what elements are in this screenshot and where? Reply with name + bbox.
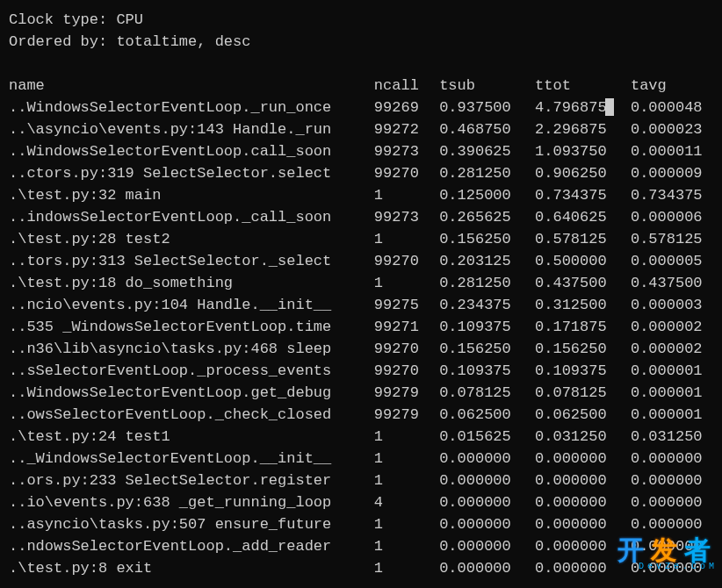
cell-name: ..ctors.py:319 SelectSelector.select	[9, 162, 374, 184]
cell-name: .\test.py:32 main	[9, 184, 374, 206]
cell-name: ..n36\lib\asyncio\tasks.py:468 sleep	[9, 338, 374, 360]
cell-ncall: 99269	[374, 97, 439, 118]
cell-tavg: 0.437500	[631, 272, 713, 294]
cell-tavg: 0.000002	[631, 338, 713, 360]
cell-ttot: 0.109375	[535, 360, 631, 382]
col-header-name: name	[9, 75, 374, 97]
blank-line	[9, 53, 713, 75]
cell-name: .\test.py:8 exit	[9, 557, 374, 579]
cell-tavg: 0.000023	[631, 118, 713, 140]
table-row: ..asyncio\tasks.py:507 ensure_future10.0…	[9, 513, 713, 535]
cursor-icon	[605, 98, 614, 116]
cell-ncall: 99271	[374, 316, 439, 338]
cell-tsub: 0.000000	[439, 491, 535, 513]
cell-tavg: 0.000005	[631, 250, 713, 272]
cell-tsub: 0.265625	[439, 206, 535, 228]
cell-name: ..tors.py:313 SelectSelector._select	[9, 250, 374, 272]
header-row: name ncall tsub ttot tavg	[9, 75, 713, 97]
cell-tsub: 0.156250	[439, 228, 535, 250]
cell-name: .\test.py:18 do_something	[9, 272, 374, 294]
cell-tavg: 0.000001	[631, 360, 713, 382]
col-header-ttot: ttot	[535, 75, 631, 97]
cell-ncall: 1	[374, 272, 439, 294]
cell-ncall: 1	[374, 557, 439, 579]
cell-tavg: 0.000003	[631, 294, 713, 316]
cell-tsub: 0.109375	[439, 360, 535, 382]
cell-tavg: 0.734375	[631, 184, 713, 206]
cell-ttot: 0.906250	[535, 162, 631, 184]
col-header-tavg: tavg	[631, 75, 713, 97]
ordered-by-line: Ordered by: totaltime, desc	[9, 31, 713, 53]
cell-ttot: 0.000000	[535, 448, 631, 470]
cell-ncall: 99270	[374, 360, 439, 382]
cell-name: .\test.py:24 test1	[9, 426, 374, 448]
cell-ttot: 0.000000	[535, 491, 631, 513]
cell-ncall: 99279	[374, 404, 439, 426]
cell-ttot: 1.093750	[535, 140, 631, 162]
cell-tsub: 0.000000	[439, 470, 535, 491]
cell-ttot: 4.796875	[535, 97, 631, 118]
cell-ttot: 0.312500	[535, 294, 631, 316]
table-row: ..ndowsSelectorEventLoop._add_reader10.0…	[9, 535, 713, 557]
cell-tsub: 0.203125	[439, 250, 535, 272]
cell-name: ..WindowsSelectorEventLoop._run_once	[9, 97, 374, 118]
table-row: ..n36\lib\asyncio\tasks.py:468 sleep9927…	[9, 338, 713, 360]
cell-ttot: 0.640625	[535, 206, 631, 228]
table-row: ..535 _WindowsSelectorEventLoop.time9927…	[9, 316, 713, 338]
cell-tsub: 0.000000	[439, 535, 535, 557]
cell-ncall: 99270	[374, 162, 439, 184]
cell-name: ..owsSelectorEventLoop._check_closed	[9, 404, 374, 426]
cell-tavg: 0.000000	[631, 448, 713, 470]
cell-ncall: 99275	[374, 294, 439, 316]
cell-tsub: 0.000000	[439, 448, 535, 470]
cell-ncall: 1	[374, 513, 439, 535]
clock-type-line: Clock type: CPU	[9, 9, 713, 31]
table-row: .\test.py:18 do_something10.2812500.4375…	[9, 272, 713, 294]
cell-name: ..indowsSelectorEventLoop._call_soon	[9, 206, 374, 228]
cell-ttot: 0.062500	[535, 404, 631, 426]
cell-tsub: 0.390625	[439, 140, 535, 162]
cell-ncall: 1	[374, 470, 439, 491]
cell-tavg: 0.000000	[631, 491, 713, 513]
cell-name: ..WindowsSelectorEventLoop.get_debug	[9, 382, 374, 404]
cell-tavg: 0.031250	[631, 426, 713, 448]
cell-ncall: 99272	[374, 118, 439, 140]
cell-name: ..\asyncio\events.py:143 Handle._run	[9, 118, 374, 140]
table-row: ..io\events.py:638 _get_running_loop40.0…	[9, 491, 713, 513]
cell-tavg: 0.000006	[631, 206, 713, 228]
col-header-tsub: tsub	[439, 75, 535, 97]
cell-ttot: 0.000000	[535, 470, 631, 491]
cell-tavg: 0.578125	[631, 228, 713, 250]
cell-ttot: 0.156250	[535, 338, 631, 360]
cell-name: ..io\events.py:638 _get_running_loop	[9, 491, 374, 513]
cell-name: .\test.py:28 test2	[9, 228, 374, 250]
table-row: ..WindowsSelectorEventLoop._run_once9926…	[9, 97, 713, 118]
cell-tsub: 0.281250	[439, 272, 535, 294]
table-row: ..\asyncio\events.py:143 Handle._run9927…	[9, 118, 713, 140]
cell-name: ..ncio\events.py:104 Handle.__init__	[9, 294, 374, 316]
table-row: ..tors.py:313 SelectSelector._select9927…	[9, 250, 713, 272]
table-row: ..WindowsSelectorEventLoop.get_debug9927…	[9, 382, 713, 404]
profiler-table: name ncall tsub ttot tavg ..WindowsSelec…	[9, 75, 713, 579]
cell-ttot: 0.578125	[535, 228, 631, 250]
cell-tavg: 0.000011	[631, 140, 713, 162]
cell-tavg: 0.000009	[631, 162, 713, 184]
cell-tavg: 0.000001	[631, 404, 713, 426]
cell-ncall: 1	[374, 184, 439, 206]
cell-tsub: 0.125000	[439, 184, 535, 206]
cell-ncall: 1	[374, 426, 439, 448]
cell-ttot: 0.500000	[535, 250, 631, 272]
table-row: ..ors.py:233 SelectSelector.register10.0…	[9, 470, 713, 491]
table-row: ..owsSelectorEventLoop._check_closed9927…	[9, 404, 713, 426]
table-row: ..ctors.py:319 SelectSelector.select9927…	[9, 162, 713, 184]
cell-ttot: 0.734375	[535, 184, 631, 206]
cell-ncall: 4	[374, 491, 439, 513]
cell-tavg: 0.000001	[631, 382, 713, 404]
cell-tsub: 0.937500	[439, 97, 535, 118]
cell-ttot: 2.296875	[535, 118, 631, 140]
cell-ncall: 99270	[374, 338, 439, 360]
cell-name: ..ndowsSelectorEventLoop._add_reader	[9, 535, 374, 557]
cell-tavg: 0.000048	[631, 97, 713, 118]
table-row: .\test.py:28 test210.1562500.5781250.578…	[9, 228, 713, 250]
cell-ncall: 1	[374, 228, 439, 250]
